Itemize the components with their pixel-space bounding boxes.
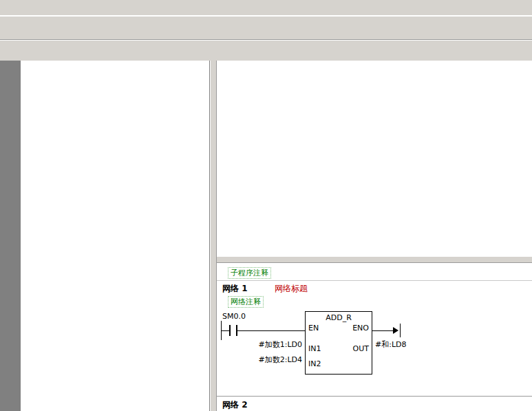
project-tree [21, 61, 210, 411]
contact-icon[interactable] [229, 325, 231, 336]
in1-operand[interactable]: #加数1:LD0 [237, 341, 302, 349]
out-operand[interactable]: #和:LD8 [375, 341, 407, 349]
pin-out: OUT [353, 345, 369, 352]
network2-label: 网络 2 [222, 399, 248, 411]
continuation-arrow-icon [393, 327, 398, 334]
wire [372, 330, 393, 331]
box-title: ADD_R [306, 313, 372, 322]
add-r-box[interactable]: ADD_R EN ENO IN1 IN2 OUT [305, 311, 372, 375]
network-comment[interactable]: 网络注释 [228, 296, 264, 308]
network1-label: 网络 1 [222, 283, 248, 295]
vertical-splitter[interactable] [210, 61, 217, 411]
pin-eno: ENO [352, 324, 369, 332]
pin-en: EN [308, 324, 319, 332]
toolbar-main [0, 16, 532, 40]
wire [237, 330, 305, 331]
horizontal-splitter[interactable] [217, 256, 532, 263]
menu-bar [0, 0, 532, 16]
contact-operand[interactable]: SM0.0 [217, 313, 251, 321]
navigation-bar [0, 61, 21, 411]
network-separator [217, 280, 532, 281]
column-ruler [221, 61, 532, 70]
pin-in1: IN1 [308, 345, 321, 352]
ladder-editor[interactable]: 子程序注释 网络 1 网络标题 网络注释 SM0.0 ADD_R EN ENO … [217, 263, 532, 411]
subroutine-comment[interactable]: 子程序注释 [228, 267, 271, 279]
network-separator [217, 396, 532, 397]
wire [221, 330, 229, 331]
editor-region: 子程序注释 网络 1 网络标题 网络注释 SM0.0 ADD_R EN ENO … [217, 61, 532, 411]
continuation-bar [400, 324, 401, 337]
pin-in2: IN2 [308, 360, 321, 368]
main-area: 子程序注释 网络 1 网络标题 网络注释 SM0.0 ADD_R EN ENO … [0, 61, 532, 411]
network1-title[interactable]: 网络标题 [275, 283, 308, 295]
in2-operand[interactable]: #加数2:LD4 [237, 356, 302, 364]
local-variable-table-panel [217, 61, 532, 256]
